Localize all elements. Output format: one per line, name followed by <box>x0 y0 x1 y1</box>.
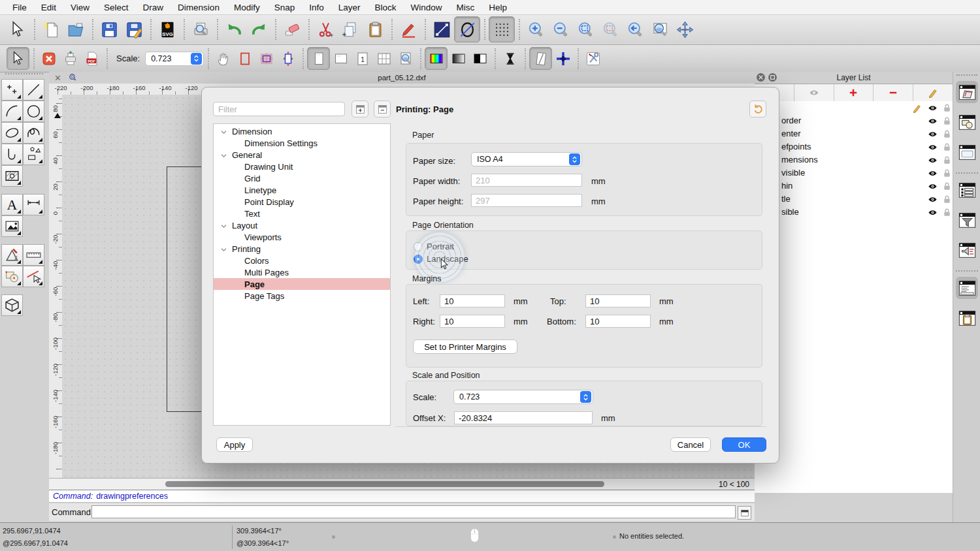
color-full-button[interactable] <box>425 47 448 70</box>
print-preview-button[interactable] <box>188 17 213 42</box>
paper-height-input[interactable] <box>471 194 582 207</box>
dock-float-icon[interactable] <box>768 73 777 82</box>
text-button[interactable]: A <box>1 194 23 215</box>
tree-item-viewports[interactable]: Viewports <box>214 231 390 243</box>
settings-tools-button[interactable] <box>582 48 604 69</box>
margin-right-input[interactable] <box>440 315 505 328</box>
menu-misc[interactable]: Misc <box>449 3 482 12</box>
ellipse-button[interactable] <box>1 122 23 144</box>
menu-edit[interactable]: Edit <box>34 3 63 12</box>
paste-button[interactable] <box>363 17 387 42</box>
scale-select[interactable]: 0.723 <box>453 390 593 404</box>
spline-button[interactable] <box>23 122 44 144</box>
layer-lock-icon[interactable] <box>942 129 952 139</box>
menu-select[interactable]: Select <box>97 3 136 12</box>
print-button[interactable] <box>59 48 81 69</box>
property-pencil-button[interactable] <box>396 17 421 42</box>
multi-page-button[interactable] <box>373 48 395 69</box>
command-input[interactable] <box>91 505 736 518</box>
crosshair-button[interactable] <box>552 48 574 69</box>
command-panel-toggle-icon[interactable] <box>738 506 751 520</box>
ellipse-tool-button[interactable] <box>454 16 480 42</box>
layer-visibility-icon[interactable] <box>928 142 938 152</box>
cut-button[interactable] <box>313 17 338 42</box>
save-as-button[interactable] <box>122 17 146 42</box>
tree-item-dimension-settings[interactable]: Dimension Settings <box>214 137 390 149</box>
eraser-button[interactable] <box>280 17 304 42</box>
line-tool-button[interactable] <box>429 17 454 42</box>
circle-button[interactable] <box>23 101 44 122</box>
points-button[interactable] <box>1 79 23 101</box>
layer-lock-icon[interactable] <box>942 181 952 191</box>
set-printer-margins-button[interactable]: Set to Printer Margins <box>413 339 517 354</box>
margin-top-input[interactable] <box>585 294 651 307</box>
print-area-button[interactable] <box>255 48 277 69</box>
modify-tools-button[interactable] <box>1 244 23 266</box>
zoom-in-button[interactable] <box>523 17 548 42</box>
menu-view[interactable]: View <box>63 3 97 12</box>
apply-button[interactable]: Apply <box>216 437 253 452</box>
select-entity-button[interactable] <box>23 266 44 287</box>
horizontal-scrollbar[interactable]: 10 < 100 <box>49 478 755 490</box>
new-file-button[interactable] <box>39 17 63 42</box>
tree-item-page[interactable]: Page <box>214 278 390 290</box>
redo-button[interactable] <box>246 17 271 42</box>
line-button[interactable] <box>23 79 44 101</box>
tree-item-general[interactable]: General <box>214 149 390 161</box>
layer-visibility-icon[interactable] <box>928 116 938 126</box>
tree-item-linetype[interactable]: Linetype <box>214 184 390 196</box>
chevron-down-icon[interactable] <box>220 245 227 253</box>
collapse-all-button[interactable] <box>374 101 391 118</box>
layer-row[interactable]: order <box>755 114 953 127</box>
zoom-fit-button[interactable] <box>573 17 598 42</box>
margin-bottom-input[interactable] <box>585 315 651 328</box>
layer-visibility-icon[interactable] <box>928 195 938 204</box>
layers-panel-button[interactable] <box>956 81 978 103</box>
layer-minus-button[interactable] <box>874 84 913 101</box>
scrollbar-thumb[interactable] <box>165 481 604 487</box>
layer-visibility-icon[interactable] <box>928 181 938 191</box>
copy-button[interactable] <box>338 17 363 42</box>
tree-item-point-display[interactable]: Point Display <box>214 196 390 208</box>
layer-row[interactable]: mensions <box>755 153 953 166</box>
hatch-button[interactable] <box>1 165 23 187</box>
palette-drag-handle[interactable] <box>5 73 43 76</box>
shapes-button[interactable] <box>23 144 44 165</box>
tree-item-colors[interactable]: Colors <box>214 255 390 266</box>
scale-select[interactable]: 0.723 <box>145 52 204 66</box>
select-cursor-button[interactable] <box>5 17 30 42</box>
menu-snap[interactable]: Snap <box>267 3 302 12</box>
save-button[interactable] <box>97 17 122 42</box>
zoom-previous-button[interactable] <box>623 17 647 42</box>
color-bw-button[interactable] <box>469 48 491 69</box>
page-borders-button[interactable] <box>234 48 255 69</box>
menu-dimension[interactable]: Dimension <box>171 3 227 12</box>
layer-lock-icon[interactable] <box>942 142 952 152</box>
color-gray-button[interactable] <box>448 48 469 69</box>
expand-all-button[interactable] <box>351 101 368 118</box>
image-button[interactable] <box>1 215 23 237</box>
paper-size-select[interactable]: ISO A4 <box>471 152 582 166</box>
properties-panel-button[interactable] <box>956 179 978 201</box>
layer-eye-button[interactable] <box>794 84 834 101</box>
layer-lock-icon[interactable] <box>942 103 952 113</box>
menu-file[interactable]: File <box>5 3 34 12</box>
blocks-button[interactable] <box>1 266 23 287</box>
chevron-down-icon[interactable] <box>220 151 227 159</box>
layer-row[interactable]: sible <box>755 206 953 219</box>
zoom-page-button[interactable] <box>395 48 416 69</box>
polyline-button[interactable] <box>1 144 23 165</box>
layer-plus-button[interactable] <box>834 84 874 101</box>
menu-layer[interactable]: Layer <box>331 3 368 12</box>
reset-page-button[interactable] <box>749 101 766 118</box>
menu-draw[interactable]: Draw <box>136 3 171 12</box>
paper-width-input[interactable] <box>471 174 582 187</box>
svg-export-button[interactable]: SVG <box>155 17 180 42</box>
chevron-down-icon[interactable] <box>220 222 227 229</box>
fit-page-button[interactable] <box>277 48 299 69</box>
portrait-view-button[interactable] <box>307 47 330 70</box>
layer-visibility-icon[interactable] <box>928 208 938 217</box>
pause-button[interactable] <box>499 48 521 69</box>
close-document-button[interactable] <box>38 48 59 69</box>
layer-row[interactable]: visible <box>755 166 953 180</box>
